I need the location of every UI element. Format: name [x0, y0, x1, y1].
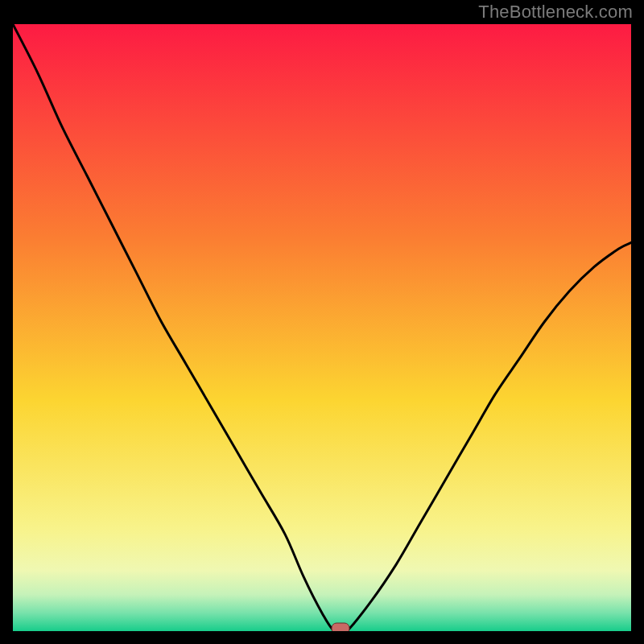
attribution-label: TheBottleneck.com — [478, 2, 633, 23]
gradient-background — [13, 24, 631, 631]
plot-area — [13, 24, 631, 631]
bottleneck-chart — [13, 24, 631, 631]
optimal-point-marker — [332, 623, 349, 631]
chart-frame: TheBottleneck.com — [0, 0, 644, 644]
